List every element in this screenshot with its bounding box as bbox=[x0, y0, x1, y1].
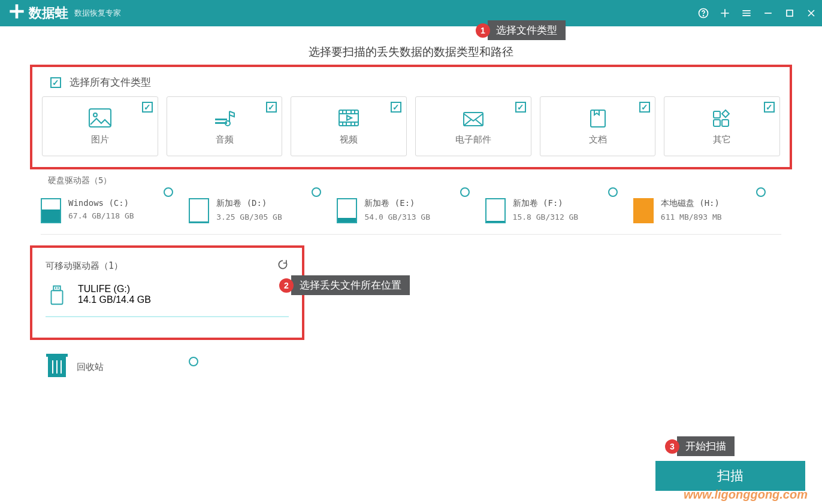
drive-name: 新加卷 (F:) bbox=[513, 198, 579, 209]
svg-rect-2 bbox=[787, 10, 793, 16]
callout-1-num: 1 bbox=[476, 23, 490, 38]
hdd-section-label: 硬盘驱动器（5） bbox=[48, 175, 792, 186]
callout-2-num: 2 bbox=[279, 278, 294, 293]
drive-icon bbox=[189, 198, 209, 223]
svg-rect-14 bbox=[53, 286, 60, 291]
drive-icon bbox=[337, 198, 357, 223]
type-label: 图片 bbox=[91, 134, 109, 145]
maximize-button[interactable] bbox=[779, 0, 800, 26]
svg-rect-11 bbox=[714, 111, 720, 118]
drive-icon bbox=[633, 198, 654, 223]
hdd-drives-row: Windows (C:)67.4 GB/118 GB 新加卷 (D:)3.25 … bbox=[41, 187, 781, 235]
drive-name: Windows (C:) bbox=[68, 198, 134, 208]
drive-radio[interactable] bbox=[460, 187, 470, 197]
type-label: 视频 bbox=[340, 134, 358, 145]
select-all-row[interactable]: 选择所有文件类型 bbox=[50, 75, 780, 89]
type-checkbox[interactable] bbox=[639, 102, 650, 113]
recycle-bin[interactable]: 回收站 bbox=[48, 357, 792, 377]
recycle-row: 回收站 bbox=[48, 357, 792, 377]
titlebar: 数据蛙 数据恢复专家 bbox=[0, 0, 822, 26]
removable-section: 可移动驱动器（1） TULIFE (G:) 14.1 GB/14.4 GB bbox=[30, 245, 304, 340]
type-label: 其它 bbox=[713, 134, 731, 145]
removable-header: 可移动驱动器（1） bbox=[46, 260, 123, 272]
drive-size: 54.0 GB/313 GB bbox=[364, 212, 430, 221]
type-checkbox[interactable] bbox=[142, 102, 153, 113]
select-all-checkbox[interactable] bbox=[50, 77, 61, 88]
video-icon bbox=[337, 108, 361, 128]
drive-e[interactable]: 新加卷 (E:)54.0 GB/313 GB bbox=[337, 187, 485, 223]
callout-3-num: 3 bbox=[665, 439, 679, 454]
callout-3: 3 开始扫描 bbox=[665, 436, 735, 456]
recycle-label: 回收站 bbox=[77, 362, 104, 373]
drive-radio[interactable] bbox=[164, 187, 173, 197]
type-label: 文档 bbox=[589, 134, 607, 145]
drive-radio[interactable] bbox=[608, 187, 618, 197]
usb-icon bbox=[46, 284, 68, 309]
drive-radio[interactable] bbox=[756, 187, 766, 197]
drive-d[interactable]: 新加卷 (D:)3.25 GB/305 GB bbox=[189, 187, 337, 223]
svg-point-4 bbox=[93, 113, 97, 117]
drive-radio[interactable] bbox=[312, 187, 321, 197]
drive-radio[interactable] bbox=[189, 357, 198, 366]
drive-size: 611 MB/893 MB bbox=[661, 212, 722, 221]
drive-name: 新加卷 (E:) bbox=[364, 198, 430, 209]
type-card-other[interactable]: 其它 bbox=[664, 96, 780, 156]
type-checkbox[interactable] bbox=[266, 102, 277, 113]
type-label: 音频 bbox=[216, 134, 234, 145]
trash-icon bbox=[48, 357, 66, 377]
type-label: 电子邮件 bbox=[455, 134, 491, 145]
drive-size: 67.4 GB/118 GB bbox=[68, 211, 134, 220]
type-card-document[interactable]: 文档 bbox=[540, 96, 656, 156]
close-button[interactable] bbox=[800, 0, 822, 26]
email-icon bbox=[461, 108, 485, 128]
drive-name: 新加卷 (D:) bbox=[216, 198, 282, 209]
drive-size: 3.25 GB/305 GB bbox=[216, 212, 282, 221]
drive-h[interactable]: 本地磁盘 (H:)611 MB/893 MB bbox=[633, 187, 781, 223]
menu-button[interactable] bbox=[736, 0, 757, 26]
help-button[interactable] bbox=[693, 0, 714, 26]
logo-icon bbox=[8, 3, 25, 23]
svg-rect-10 bbox=[591, 110, 605, 127]
callout-1-label: 选择文件类型 bbox=[488, 20, 566, 40]
drive-size: 14.1 GB/14.4 GB bbox=[78, 294, 151, 305]
svg-rect-3 bbox=[89, 109, 111, 127]
file-types-section: 选择所有文件类型 图片 音频 视频 电子邮件 bbox=[30, 65, 792, 169]
drive-name: 本地磁盘 (H:) bbox=[661, 198, 722, 209]
svg-rect-12 bbox=[714, 120, 720, 126]
add-button[interactable] bbox=[714, 0, 736, 26]
document-icon bbox=[586, 108, 610, 128]
callout-2-label: 选择丢失文件所在位置 bbox=[291, 275, 410, 295]
page-title: 选择要扫描的丢失数据的数据类型和路径 bbox=[30, 44, 792, 60]
select-all-label: 选择所有文件类型 bbox=[69, 75, 151, 89]
type-card-image[interactable]: 图片 bbox=[42, 96, 158, 156]
other-icon bbox=[710, 108, 734, 128]
app-logo: 数据蛙 数据恢复专家 bbox=[0, 3, 129, 23]
scan-button[interactable]: 扫描 bbox=[655, 461, 805, 491]
app-tagline: 数据恢复专家 bbox=[74, 8, 121, 19]
minimize-button[interactable] bbox=[757, 0, 779, 26]
audio-icon bbox=[213, 108, 237, 128]
drive-size: 15.8 GB/312 GB bbox=[513, 212, 579, 221]
type-card-video[interactable]: 视频 bbox=[291, 96, 407, 156]
app-name: 数据蛙 bbox=[29, 4, 68, 22]
drive-icon bbox=[41, 198, 61, 223]
image-icon bbox=[88, 108, 112, 128]
type-checkbox[interactable] bbox=[764, 102, 775, 113]
removable-drive[interactable]: TULIFE (G:) 14.1 GB/14.4 GB bbox=[46, 284, 289, 317]
svg-rect-8 bbox=[339, 110, 358, 126]
type-checkbox[interactable] bbox=[391, 102, 401, 113]
drive-icon bbox=[485, 198, 506, 223]
type-checkbox[interactable] bbox=[515, 102, 526, 113]
drive-name: TULIFE (G:) bbox=[78, 284, 151, 294]
svg-point-1 bbox=[703, 16, 704, 16]
drive-c[interactable]: Windows (C:)67.4 GB/118 GB bbox=[41, 187, 189, 223]
callout-2: 2 选择丢失文件所在位置 bbox=[279, 275, 410, 295]
svg-rect-17 bbox=[52, 290, 63, 304]
svg-rect-5 bbox=[215, 119, 227, 120]
svg-rect-13 bbox=[722, 120, 729, 126]
refresh-button[interactable] bbox=[277, 259, 289, 273]
drive-f[interactable]: 新加卷 (F:)15.8 GB/312 GB bbox=[485, 187, 633, 223]
type-card-audio[interactable]: 音频 bbox=[167, 96, 283, 156]
svg-rect-16 bbox=[58, 287, 59, 289]
type-card-email[interactable]: 电子邮件 bbox=[415, 96, 531, 156]
